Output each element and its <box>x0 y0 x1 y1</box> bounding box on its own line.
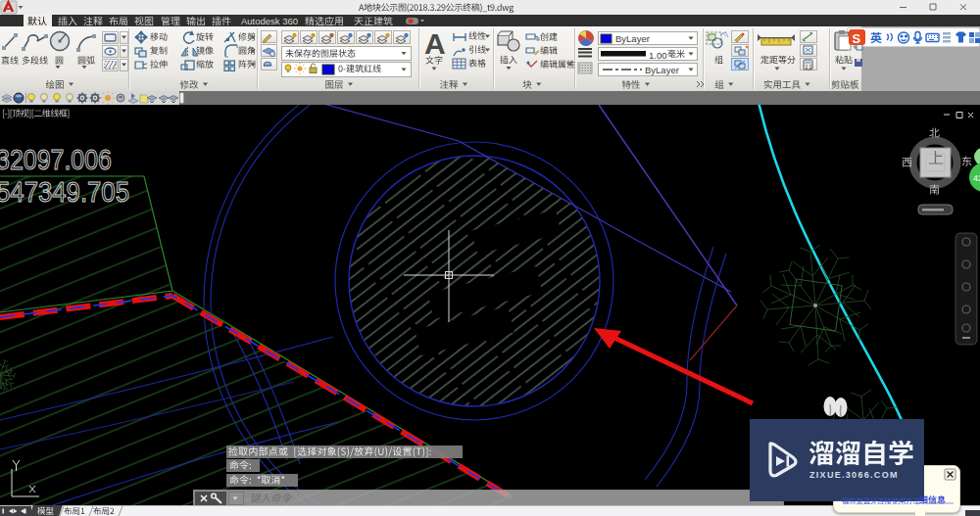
svg-text:547349.705: 547349.705 <box>0 175 129 208</box>
svg-text:42: 42 <box>973 173 980 183</box>
svg-text:32097.006: 32097.006 <box>0 143 112 175</box>
